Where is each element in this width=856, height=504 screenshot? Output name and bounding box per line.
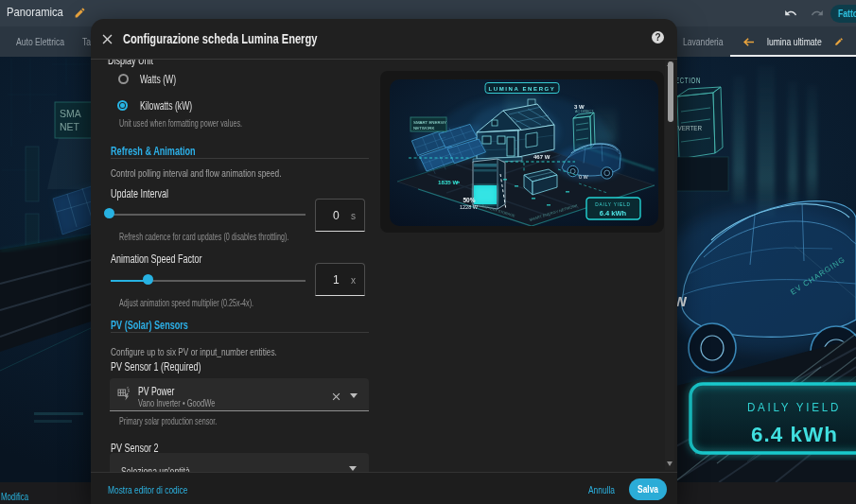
svg-text:ECTION: ECTION [675,76,701,85]
svg-text:LUMINA ENERGY: LUMINA ENERGY [489,86,556,92]
svg-text:467 W: 467 W [533,154,550,160]
svg-text:NETWORK: NETWORK [413,126,435,130]
svg-text:1835 W: 1835 W [438,179,458,185]
svg-text:6.4 kWh: 6.4 kWh [751,423,838,446]
svg-text:0 W: 0 W [579,174,589,180]
svg-text:1228 W: 1228 W [460,204,479,210]
svg-text:50%: 50% [463,197,476,203]
svg-text:DAILY YIELD: DAILY YIELD [747,400,841,414]
svg-text:DAILY YIELD: DAILY YIELD [595,202,630,207]
svg-text:6.4 kWh: 6.4 kWh [600,209,627,217]
svg-text:NET: NET [60,121,80,132]
svg-text:3 W: 3 W [574,104,585,110]
svg-text:AC DIRECT: AC DIRECT [575,110,594,113]
svg-text:SMART ENERGY: SMART ENERGY [413,120,446,125]
svg-text:NVERTER: NVERTER [673,125,702,131]
svg-text:SMA: SMA [60,108,81,119]
